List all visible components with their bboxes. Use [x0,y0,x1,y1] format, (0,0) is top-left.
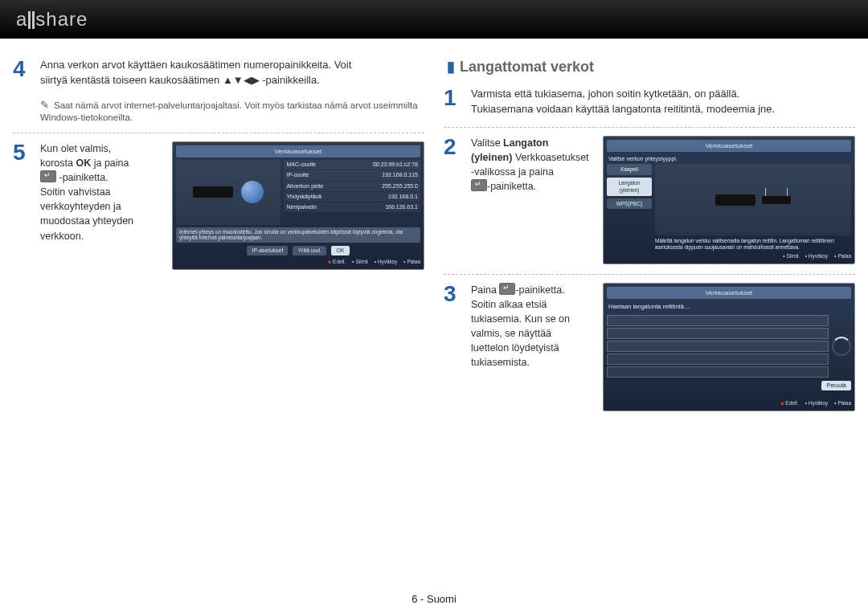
t: Kun olet valmis, [40,143,111,154]
v: 255.255.255.0 [382,182,418,190]
t: Soitin vahvistaa verkkoyhteyden ja muodo… [40,186,133,241]
divider [444,274,855,275]
right-column: ▮Langattomat verkot 1 Varmista että tuki… [444,58,855,421]
shot-caption: Valitse verkon yhteystyyppi. [607,154,851,164]
k: Nimipalvelin [286,203,317,211]
enter-icon [471,179,487,191]
note-icon: ✎ [40,99,49,111]
step-1: 1 Varmista että tukiasema, johon soitin … [444,87,855,117]
foot-return: Palaa [403,258,420,265]
loading-spinner-icon [832,337,851,356]
v: 168.126.63.1 [385,203,418,211]
globe-icon [241,181,264,203]
t: ja paina [91,157,129,169]
page-footer: 6 - Suomi [0,593,868,605]
v: 192.168.0.115 [382,171,418,179]
network-values: MAC-osoite00:23:99:b1:c2:78 IP-osoite192… [284,160,420,224]
wireless-router-icon [762,196,791,204]
shot-hint: Internet-yhteys on muodostettu. Jos sinu… [176,227,420,243]
foot-return: Palaa [834,252,851,260]
step4-line2: siirtyä kentästä toiseen kaukosäätimen ▲… [40,74,320,86]
cancel-button[interactable]: Peruuta [821,381,851,390]
option-cable[interactable]: Kaapeli [607,164,652,174]
device-icon [715,194,755,206]
t: korosta [40,157,76,169]
t: Verkkoasetukset [512,152,588,163]
shot-illustration [176,160,280,224]
k: Yhdyskäytävä [286,193,321,201]
list-item[interactable] [607,353,829,365]
screenshot-searching-router: Verkkoasetukset Haetaan langatonta reiti… [603,283,855,411]
step-5: 5 Kun olet valmis, korosta OK ja paina -… [13,141,424,270]
left-column: 4 Anna verkon arvot käyttäen kaukosäätim… [13,58,424,421]
foot-move: Siirrä [783,252,798,260]
t: Soitin alkaa etsiä tukiasemia. Kun se on… [471,299,570,369]
enter-icon [40,170,56,182]
step-number: 1 [444,87,471,117]
shot-info: Määritä langaton verkko valitsemalla lan… [655,238,851,250]
step-2: 2 Valitse Langaton (yleinen) Verkkoasetu… [444,136,855,264]
foot-accept: Hyväksy [805,252,829,260]
foot-back: Edell. [328,258,346,265]
ip-settings-button[interactable]: IP-asetukset [247,246,288,255]
divider [444,127,855,128]
list-item[interactable] [607,341,829,352]
step-number: 3 [444,283,471,411]
divider [13,133,424,133]
t: Paina [471,284,499,296]
shot-title: Verkkoasetukset [607,140,851,153]
foot-back: Edell. [781,399,799,407]
t: -painiketta. [487,181,536,192]
t: Tukiasemana voidaan käyttää langatonta r… [471,103,775,115]
screenshot-network-settings-wired: Verkkoasetukset MAC-osoite00:23:99:b1:c2… [172,141,424,270]
list-item[interactable] [607,328,829,339]
step-number: 4 [13,58,40,88]
section-title-text: Langattomat verkot [460,59,594,75]
screenshot-network-type-select: Verkkoasetukset Valitse verkon yhteystyy… [603,136,855,264]
t: Valitse [471,137,503,149]
step4-line1: Anna verkon arvot käyttäen kaukosäätimen… [40,59,351,71]
t: -painiketta. [56,172,108,183]
t: -valikossa ja paina [471,166,554,178]
foot-move: Siirrä [352,258,367,265]
section-title: ▮Langattomat verkot [447,58,855,76]
t-bold: OK [76,157,91,169]
t: Varmista että tukiasema, johon soitin ky… [471,88,739,100]
k: Aliverkon peite [286,182,323,190]
t-bold: Langaton [503,137,548,149]
k: MAC-osoite [286,161,316,169]
v: 00:23:99:b1:c2:78 [373,161,418,169]
foot-accept: Hyväksy [805,399,829,407]
shot-title: Verkkoasetukset [607,287,851,300]
step-number: 5 [13,141,40,270]
shot-illustration [655,164,851,235]
v: 192.168.0.1 [388,193,418,201]
device-icon [193,186,233,198]
enter-icon [499,283,515,295]
step4-note-text: Saat nämä arvot internet-palveluntarjoaj… [40,100,418,123]
step-3: 3 Paina -painiketta. Soitin alkaa etsiä … [444,283,855,411]
retry-button[interactable]: Yritä uud. [293,246,326,255]
t-bold: (yleinen) [471,152,512,163]
k: IP-osoite [286,171,309,179]
shot-caption: Haetaan langatonta reititintä… [607,301,851,315]
ap-list [607,315,829,378]
foot-accept: Hyväksy [375,258,398,265]
ok-button[interactable]: OK [331,246,349,255]
option-wireless[interactable]: Langaton (yleinen) [607,178,652,196]
logo: ashare [16,8,88,31]
foot-return: Palaa [834,399,851,407]
step4-note: ✎Saat nämä arvot internet-palveluntarjoa… [40,98,424,125]
shot-title: Verkkoasetukset [176,145,420,158]
step-number: 2 [444,136,471,264]
app-header: ashare [0,0,868,39]
t: -painiketta. [515,284,564,296]
list-item[interactable] [607,366,829,378]
list-item[interactable] [607,315,829,326]
step-4: 4 Anna verkon arvot käyttäen kaukosäätim… [13,58,424,88]
option-wps[interactable]: WPS(PBC) [607,198,652,209]
